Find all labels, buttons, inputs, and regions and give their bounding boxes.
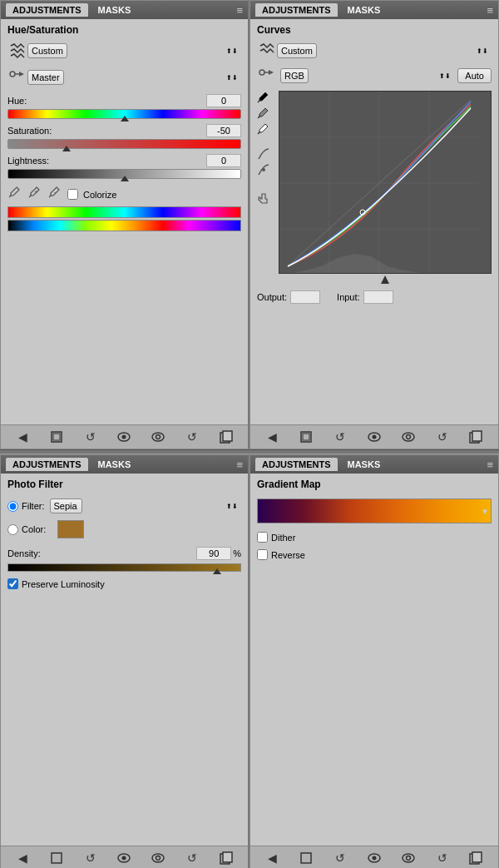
light-value[interactable]: [206, 154, 241, 167]
tab-masks-tl[interactable]: MASKS: [91, 3, 138, 17]
tab-adjustments-br[interactable]: ADJUSTMENTS: [255, 458, 338, 471]
channel-select-wrapper-tr[interactable]: RGB: [280, 68, 454, 83]
crop-icon-bl[interactable]: [48, 850, 65, 866]
eye-icon-tl[interactable]: [116, 429, 132, 445]
reset-icon-br[interactable]: ↺: [434, 850, 451, 866]
curves-svg[interactable]: [279, 91, 492, 274]
filter-radio[interactable]: [7, 501, 18, 512]
refresh-icon-tr[interactable]: ↺: [332, 429, 348, 445]
panel-menu-tl[interactable]: ≡: [236, 4, 243, 17]
tab-masks-tr[interactable]: MASKS: [341, 3, 388, 17]
curve-point-icon[interactable]: [257, 163, 270, 176]
color-radio[interactable]: [7, 524, 18, 535]
curve-pen-icon[interactable]: [257, 147, 270, 161]
back-icon-bl[interactable]: ◀: [14, 850, 31, 866]
filter-select-wrapper[interactable]: Sepia: [50, 498, 242, 513]
reset-icon-bl[interactable]: ↺: [184, 850, 200, 866]
eye2-icon-tr[interactable]: [400, 429, 417, 445]
copy-icon-br[interactable]: [467, 850, 484, 866]
filter-radio-label[interactable]: Filter:: [7, 501, 45, 512]
color-swatch[interactable]: [57, 520, 84, 538]
channel-select-wrapper[interactable]: Master: [27, 70, 241, 85]
eye-icon-tr[interactable]: [366, 429, 383, 445]
gradient-bar[interactable]: ▼: [257, 498, 492, 523]
light-thumb[interactable]: [121, 176, 129, 181]
preserve-row: Preserve Luminosity: [7, 578, 241, 589]
hue-track[interactable]: [7, 109, 241, 119]
curves-hand-icon[interactable]: [257, 191, 270, 205]
panel-menu-br[interactable]: ≡: [487, 459, 493, 471]
tab-masks-bl[interactable]: MASKS: [91, 458, 138, 471]
preset-select-wrapper[interactable]: Custom: [27, 43, 241, 58]
dither-checkbox[interactable]: [257, 532, 268, 543]
toolbar-tl: ◀ ↺ ↺: [1, 424, 248, 449]
crop-icon-br[interactable]: [298, 850, 314, 866]
preset-icon: [7, 41, 27, 61]
dither-row: Dither: [257, 532, 492, 543]
channel-select-tr[interactable]: RGB: [280, 68, 309, 83]
hue-bar-bottom: [7, 206, 241, 218]
colorize-checkbox[interactable]: [67, 189, 78, 200]
hue-thumb[interactable]: [121, 116, 129, 122]
panel-menu-tr[interactable]: ≡: [487, 4, 493, 17]
refresh-icon-bl[interactable]: ↺: [82, 850, 99, 866]
eye2-icon-bl[interactable]: [150, 850, 166, 866]
input-label-group: Input:: [337, 290, 393, 304]
output-input[interactable]: [290, 290, 320, 304]
tab-masks-br[interactable]: MASKS: [341, 458, 388, 471]
density-unit: %: [233, 548, 241, 558]
eyedropper2-icon[interactable]: +: [27, 186, 41, 199]
sat-thumb[interactable]: [62, 146, 71, 151]
eyedropper-black-icon[interactable]: [257, 91, 270, 104]
eye-icon-br[interactable]: [366, 850, 383, 866]
tab-adjustments-tr[interactable]: ADJUSTMENTS: [255, 3, 338, 17]
tab-adjustments-tl[interactable]: ADJUSTMENTS: [6, 3, 88, 17]
eye2-icon-br[interactable]: [400, 850, 417, 866]
light-track[interactable]: [7, 169, 241, 179]
gradient-bar-wrapper: ▼: [257, 498, 492, 523]
reset-icon-tl[interactable]: ↺: [184, 429, 200, 445]
copy-icon-tl[interactable]: [218, 429, 235, 445]
copy-icon-tr[interactable]: [467, 429, 484, 445]
density-thumb[interactable]: [213, 568, 221, 574]
color-radio-label[interactable]: Color:: [7, 524, 46, 535]
back-icon-tr[interactable]: ◀: [264, 429, 280, 445]
eyedropper3-icon[interactable]: -: [47, 186, 61, 199]
sat-track[interactable]: [7, 139, 241, 149]
density-value[interactable]: [196, 547, 231, 560]
svg-rect-39: [472, 431, 482, 441]
back-icon-tl[interactable]: ◀: [14, 429, 31, 445]
eye2-icon-tl[interactable]: [150, 429, 166, 445]
reverse-checkbox[interactable]: [257, 549, 268, 560]
curves-tools: [257, 91, 275, 287]
refresh-icon-br[interactable]: ↺: [332, 850, 348, 866]
hue-value[interactable]: [206, 94, 241, 107]
svg-point-49: [372, 856, 376, 861]
crop-icon-tl[interactable]: [48, 429, 65, 445]
crop-icon-tr[interactable]: [298, 429, 314, 445]
input-input[interactable]: [363, 290, 393, 304]
eyedropper1-icon[interactable]: [7, 186, 21, 199]
eyedropper-gray-icon[interactable]: [257, 107, 270, 120]
density-track[interactable]: [7, 563, 241, 572]
reset-icon-tr[interactable]: ↺: [434, 429, 451, 445]
hue-label: Hue:: [7, 96, 27, 106]
preserve-checkbox[interactable]: [7, 578, 18, 589]
preset-select-tl[interactable]: Custom: [27, 43, 67, 58]
channel-select-tl[interactable]: Master: [27, 70, 64, 85]
preset-select-wrapper-tr[interactable]: Custom: [277, 43, 492, 58]
refresh-icon-tl[interactable]: ↺: [82, 429, 99, 445]
filter-select[interactable]: Sepia: [50, 498, 82, 513]
back-icon-br[interactable]: ◀: [264, 850, 280, 866]
tab-adjustments-bl[interactable]: ADJUSTMENTS: [6, 458, 88, 471]
svg-point-13: [156, 435, 161, 439]
panel-menu-bl[interactable]: ≡: [236, 459, 243, 471]
svg-rect-15: [223, 431, 232, 441]
preset-select-tr[interactable]: Custom: [277, 43, 317, 58]
auto-button[interactable]: Auto: [457, 68, 492, 83]
preserve-label: Preserve Luminosity: [22, 579, 105, 589]
sat-value[interactable]: [206, 124, 241, 137]
copy-icon-bl[interactable]: [218, 850, 235, 866]
eyedropper-white-icon[interactable]: [257, 122, 270, 136]
eye-icon-bl[interactable]: [116, 850, 132, 866]
